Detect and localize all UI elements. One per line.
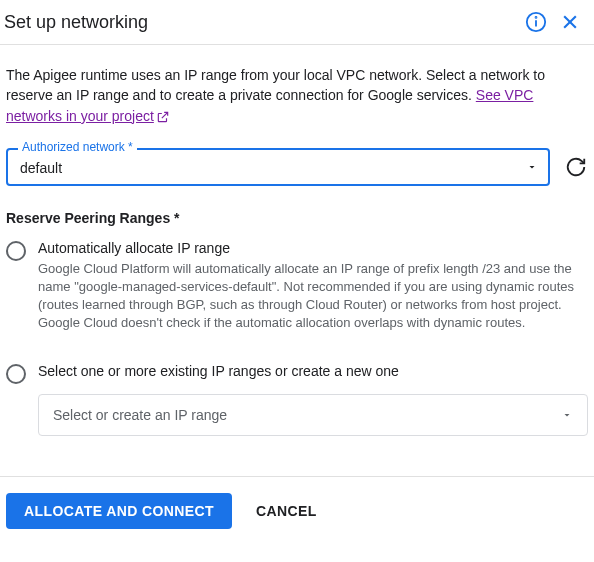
allocate-connect-button[interactable]: ALLOCATE AND CONNECT bbox=[6, 493, 232, 529]
radio-option-auto[interactable]: Automatically allocate IP range Google C… bbox=[6, 240, 588, 333]
authorized-network-label: Authorized network * bbox=[18, 140, 137, 154]
close-icon[interactable] bbox=[558, 10, 582, 34]
description-body: The Apigee runtime uses an IP range from… bbox=[6, 67, 545, 103]
radio-icon[interactable] bbox=[6, 241, 26, 261]
info-icon[interactable] bbox=[524, 10, 548, 34]
radio-title-existing: Select one or more existing IP ranges or… bbox=[38, 363, 588, 379]
refresh-icon[interactable] bbox=[564, 155, 588, 179]
peering-section-label: Reserve Peering Ranges * bbox=[6, 210, 588, 226]
radio-option-existing[interactable]: Select one or more existing IP ranges or… bbox=[6, 363, 588, 384]
radio-title-auto: Automatically allocate IP range bbox=[38, 240, 588, 256]
ip-range-placeholder: Select or create an IP range bbox=[53, 407, 227, 423]
cancel-button[interactable]: CANCEL bbox=[256, 503, 317, 519]
dialog-header: Set up networking bbox=[0, 0, 594, 45]
authorized-network-row: Authorized network * default bbox=[6, 148, 588, 186]
caret-down-icon bbox=[561, 409, 573, 421]
radio-body: Select one or more existing IP ranges or… bbox=[38, 363, 588, 383]
dialog-footer: ALLOCATE AND CONNECT CANCEL bbox=[0, 476, 594, 545]
authorized-network-value: default bbox=[20, 160, 62, 176]
dialog-title: Set up networking bbox=[4, 12, 514, 33]
ip-range-select[interactable]: Select or create an IP range bbox=[38, 394, 588, 436]
dialog-content: The Apigee runtime uses an IP range from… bbox=[0, 45, 594, 436]
svg-point-2 bbox=[536, 17, 537, 18]
radio-help-auto: Google Cloud Platform will automatically… bbox=[38, 260, 588, 333]
description-text: The Apigee runtime uses an IP range from… bbox=[6, 65, 588, 126]
radio-body: Automatically allocate IP range Google C… bbox=[38, 240, 588, 333]
caret-down-icon bbox=[526, 161, 538, 173]
radio-icon[interactable] bbox=[6, 364, 26, 384]
authorized-network-select[interactable]: Authorized network * default bbox=[6, 148, 550, 186]
external-link-icon bbox=[156, 108, 170, 124]
